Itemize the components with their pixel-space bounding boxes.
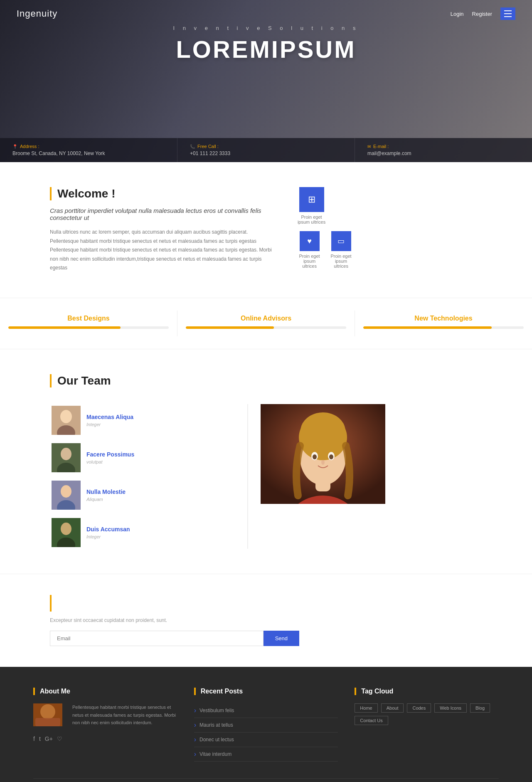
tag-cloud: Home About Codes Web Icons Blog Contact … [355, 703, 499, 725]
member-name-2: Facere Possimus [86, 451, 134, 458]
features-section: Best Designs Online Advisors New Technol… [0, 298, 532, 349]
footer-posts-title: Recent Posts [194, 688, 338, 695]
welcome-body: Nulla ultrices nunc ac lorem semper, qui… [50, 228, 272, 273]
tag-home[interactable]: Home [355, 703, 377, 713]
newsletter-email-input[interactable] [50, 631, 264, 646]
team-divider [247, 404, 248, 549]
service-label-3: Proin eget ipsum ultrices [329, 254, 354, 269]
svg-rect-26 [35, 718, 60, 726]
feature-item-3: New Technologies [355, 311, 532, 336]
tag-web-icons[interactable]: Web Icons [434, 703, 467, 713]
service-icon-1[interactable]: ⊞ [299, 187, 324, 212]
team-featured-photo [261, 404, 482, 549]
welcome-title: Welcome ! [50, 187, 272, 200]
member-role-3: Aliquam [86, 497, 126, 502]
service-icon-2[interactable]: ♥ [300, 231, 320, 251]
login-link[interactable]: Login [451, 11, 464, 17]
team-list: Maecenas Aliqua Integer Facere Possimus … [50, 404, 235, 549]
feature-item-2: Online Advisors [177, 311, 355, 336]
hero-address: Address : Broome St, Canada, NY 10002, N… [0, 138, 177, 162]
member-name-4: Duis Accumsan [86, 526, 130, 533]
hero-email: E-mail : mail@example.com [355, 138, 532, 162]
google-plus-icon[interactable]: G+ [45, 735, 53, 742]
member-name-3: Nulla Molestie [86, 488, 126, 495]
team-section: Our Team Maecenas Aliqua Integer Facere … [0, 349, 532, 574]
hero-section: Ingenuity Login Register I n v e n t i v… [0, 0, 532, 162]
team-member-2[interactable]: Facere Possimus volutpat [50, 442, 235, 474]
footer-about-text: Pellentesque habitant morbi tristique se… [72, 703, 177, 727]
svg-point-23 [321, 460, 325, 465]
footer-about-title: About Me [33, 688, 177, 695]
twitter-icon[interactable]: t [39, 735, 41, 742]
newsletter-desc: Excepteur sint occaecat cupidatat non pr… [50, 617, 167, 623]
post-item-2[interactable]: Mauris at tellus [194, 718, 338, 733]
feature-title-3: New Technologies [363, 315, 524, 322]
facebook-icon[interactable]: f [33, 735, 35, 742]
team-title: Our Team [50, 374, 482, 387]
heart-icon[interactable]: ♡ [57, 735, 62, 742]
feature-title-2: Online Advisors [186, 315, 346, 322]
footer-tags-title: Tag Cloud [355, 688, 499, 695]
logo: Ingenuity [17, 8, 57, 19]
service-icon-3[interactable]: ▭ [331, 231, 351, 251]
post-item-3[interactable]: Donec ut lectus [194, 733, 338, 747]
member-role-1: Integer [86, 422, 133, 427]
post-item-4[interactable]: Vitae interdum [194, 747, 338, 762]
tag-codes[interactable]: Codes [407, 703, 431, 713]
svg-point-21 [313, 454, 317, 459]
feature-item-1: Best Designs [0, 311, 177, 336]
tag-blog[interactable]: Blog [470, 703, 490, 713]
phone-icon [190, 144, 195, 149]
newsletter-section: Excepteur sint occaecat cupidatat non pr… [0, 574, 532, 667]
newsletter-accent [50, 595, 52, 612]
hamburger-button[interactable] [500, 7, 515, 20]
member-role-2: volutpat [86, 459, 134, 464]
svg-point-4 [61, 448, 71, 460]
post-item-1[interactable]: Vestibulum felis [194, 703, 338, 718]
tag-about[interactable]: About [381, 703, 404, 713]
welcome-section: Welcome ! Cras porttitor imperdiet volut… [0, 162, 532, 298]
hero-phone: Free Call : +01 111 222 3333 [177, 138, 355, 162]
footer: About Me Pellentesque habitant morbi tri… [0, 667, 532, 782]
register-link[interactable]: Register [472, 11, 492, 17]
svg-point-22 [329, 454, 333, 459]
footer-posts-list: Vestibulum felis Mauris at tellus Donec … [194, 703, 338, 762]
member-role-4: Integer [86, 534, 130, 539]
team-member-1[interactable]: Maecenas Aliqua Integer [50, 404, 235, 437]
newsletter-form: Send [50, 631, 299, 646]
welcome-subtitle: Cras porttitor imperdiet volutpat nulla … [50, 207, 272, 221]
svg-point-1 [60, 410, 72, 423]
team-member-4[interactable]: Duis Accumsan Integer [50, 516, 235, 549]
svg-point-18 [300, 412, 345, 450]
footer-about-col: About Me Pellentesque habitant morbi tri… [33, 688, 177, 762]
svg-point-7 [61, 485, 71, 498]
member-name-1: Maecenas Aliqua [86, 414, 133, 420]
hero-info-bar: Address : Broome St, Canada, NY 10002, N… [0, 138, 532, 162]
feature-title-1: Best Designs [8, 315, 169, 322]
svg-point-25 [40, 704, 55, 719]
footer-tags-col: Tag Cloud Home About Codes Web Icons Blo… [355, 688, 499, 762]
footer-copyright: Copyright © 2018.Company name All rights… [33, 778, 499, 782]
mail-icon [367, 144, 371, 149]
team-member-3[interactable]: Nulla Molestie Aliquam [50, 479, 235, 511]
service-label-1: Proin eget ipsum ultrices [297, 215, 326, 224]
footer-posts-col: Recent Posts Vestibulum felis Mauris at … [194, 688, 338, 762]
feature-bar-1 [8, 326, 169, 329]
newsletter-send-button[interactable]: Send [264, 631, 299, 646]
pin-icon [12, 144, 17, 149]
feature-bar-2 [186, 326, 346, 329]
footer-social: f t G+ ♡ [33, 735, 177, 742]
footer-about-image [33, 703, 62, 726]
tag-contact-us[interactable]: Contact Us [355, 716, 388, 725]
service-label-2: Proin eget ipsum ultrices [297, 254, 322, 269]
svg-point-10 [61, 523, 71, 535]
hero-title: LOREMIPSUM [0, 35, 532, 63]
feature-bar-3 [363, 326, 524, 329]
